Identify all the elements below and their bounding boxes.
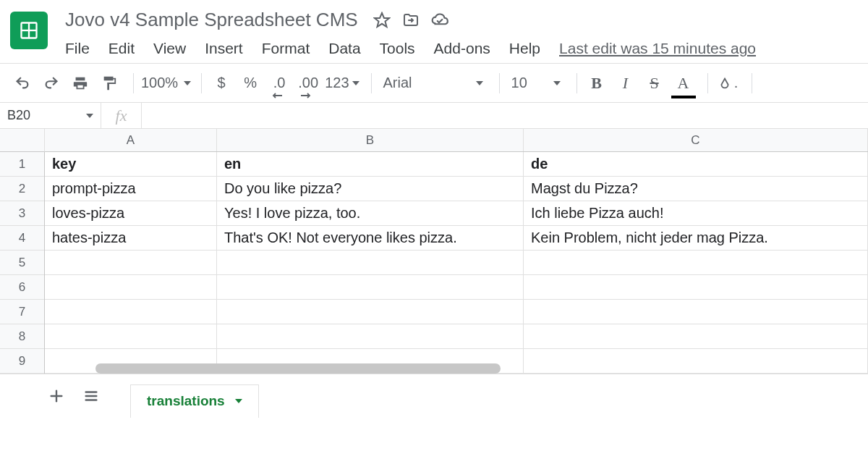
cell[interactable] — [217, 251, 524, 274]
name-box[interactable]: B20 — [0, 103, 101, 128]
svg-marker-3 — [375, 13, 389, 27]
cell[interactable]: hates-pizza — [45, 226, 217, 250]
row-header[interactable]: 2 — [0, 177, 44, 201]
arrow-right-icon — [301, 93, 311, 98]
zoom-dropdown[interactable]: 100% — [141, 70, 191, 96]
cells-area[interactable]: key en de prompt-pizza Do you like pizza… — [45, 152, 868, 374]
cell[interactable] — [524, 349, 868, 373]
cell[interactable] — [217, 300, 524, 324]
undo-button[interactable] — [10, 70, 35, 96]
cell[interactable]: Do you like pizza? — [217, 177, 524, 201]
sheet-tab-bar: translations — [0, 374, 868, 417]
menu-data[interactable]: Data — [328, 40, 360, 57]
star-icon[interactable] — [371, 9, 393, 31]
title-bar: Jovo v4 Sample Spreadsheet CMS Fi — [0, 0, 868, 57]
format-percent-button[interactable]: % — [238, 70, 263, 96]
toolbar-separator — [752, 73, 752, 93]
font-family-dropdown[interactable]: Arial — [379, 70, 488, 96]
row-header[interactable]: 8 — [0, 324, 44, 349]
row-header[interactable]: 7 — [0, 300, 44, 324]
menu-insert[interactable]: Insert — [205, 40, 243, 57]
menu-tools[interactable]: Tools — [380, 40, 415, 57]
move-to-folder-icon[interactable] — [400, 9, 422, 31]
bold-button[interactable]: B — [584, 70, 609, 96]
sheets-app-icon[interactable] — [10, 12, 48, 49]
menu-bar: File Edit View Insert Format Data Tools … — [65, 31, 858, 57]
redo-button[interactable] — [39, 70, 64, 96]
all-sheets-button[interactable] — [78, 383, 104, 409]
title-column: Jovo v4 Sample Spreadsheet CMS Fi — [65, 7, 858, 57]
cell[interactable]: loves-pizza — [45, 201, 217, 225]
horizontal-scrollbar-thumb[interactable] — [95, 363, 501, 374]
select-all-corner[interactable] — [0, 129, 45, 152]
title-row: Jovo v4 Sample Spreadsheet CMS — [65, 7, 858, 31]
increase-decimal-label: .00 — [298, 75, 318, 91]
menu-format[interactable]: Format — [262, 40, 310, 57]
menu-edit[interactable]: Edit — [109, 40, 135, 57]
cell[interactable] — [45, 251, 217, 274]
column-header-c[interactable]: C — [524, 129, 868, 151]
cell[interactable] — [217, 324, 524, 348]
row-headers: 1 2 3 4 5 6 7 8 9 — [0, 152, 45, 374]
toolbar-separator — [576, 73, 577, 93]
cell[interactable]: Kein Problem, nicht jeder mag Pizza. — [524, 226, 868, 250]
toolbar-separator — [499, 73, 500, 93]
cell[interactable] — [524, 275, 868, 299]
row-header[interactable]: 1 — [0, 152, 44, 177]
chevron-down-icon — [553, 81, 561, 85]
cell[interactable] — [45, 324, 217, 348]
cell[interactable]: key — [45, 152, 217, 176]
name-box-value: B20 — [7, 108, 30, 123]
add-sheet-button[interactable] — [43, 383, 69, 409]
document-title[interactable]: Jovo v4 Sample Spreadsheet CMS — [65, 9, 358, 31]
formula-bar-row: B20 fx — [0, 103, 868, 129]
row-header[interactable]: 3 — [0, 201, 44, 226]
menu-addons[interactable]: Add-ons — [434, 40, 490, 57]
font-family-value: Arial — [383, 75, 412, 91]
cell[interactable] — [524, 324, 868, 348]
decrease-decimal-button[interactable]: .0 — [267, 70, 292, 96]
column-header-b[interactable]: B — [217, 129, 524, 151]
row-header[interactable]: 4 — [0, 226, 44, 251]
cell[interactable] — [45, 275, 217, 299]
menu-help[interactable]: Help — [509, 40, 540, 57]
cell[interactable]: prompt-pizza — [45, 177, 217, 201]
cell[interactable]: Ich liebe Pizza auch! — [524, 201, 868, 225]
cell[interactable]: Magst du Pizza? — [524, 177, 868, 201]
cell[interactable] — [524, 251, 868, 274]
formula-input[interactable] — [142, 103, 868, 128]
spreadsheet-grid: A B C 1 2 3 4 5 6 7 8 9 key en de prompt… — [0, 129, 868, 374]
column-header-a[interactable]: A — [45, 129, 217, 151]
sheet-tab-translations[interactable]: translations — [130, 384, 259, 418]
cell[interactable]: That's OK! Not everyone likes pizza. — [217, 226, 524, 250]
row-header[interactable]: 6 — [0, 275, 44, 300]
row-header[interactable]: 5 — [0, 251, 44, 275]
increase-decimal-button[interactable]: .00 — [296, 70, 320, 96]
menu-view[interactable]: View — [153, 40, 186, 57]
cell[interactable]: en — [217, 152, 524, 176]
fx-label: fx — [101, 103, 142, 128]
font-size-dropdown[interactable]: 10 — [507, 70, 565, 96]
format-currency-button[interactable]: $ — [209, 70, 234, 96]
fill-color-button[interactable]: . — [715, 70, 740, 96]
text-color-button[interactable]: A — [671, 70, 696, 96]
horizontal-scrollbar-track[interactable] — [95, 363, 477, 374]
cell[interactable] — [524, 300, 868, 324]
chevron-down-icon — [352, 81, 359, 85]
last-edit-link[interactable]: Last edit was 15 minutes ago — [559, 40, 756, 57]
menu-file[interactable]: File — [65, 40, 90, 57]
text-color-underline — [671, 96, 696, 98]
cell[interactable]: Yes! I love pizza, too. — [217, 201, 524, 225]
paint-format-button[interactable] — [97, 70, 122, 96]
italic-button[interactable]: I — [613, 70, 638, 96]
cell[interactable]: de — [524, 152, 868, 176]
grid-icon — [19, 20, 39, 41]
cloud-saved-icon[interactable] — [429, 9, 451, 31]
strikethrough-button[interactable]: S — [642, 70, 667, 96]
cell[interactable] — [45, 300, 217, 324]
row-header[interactable]: 9 — [0, 349, 44, 374]
print-button[interactable] — [68, 70, 93, 96]
sheet-tab-label: translations — [147, 393, 225, 409]
cell[interactable] — [217, 275, 524, 299]
number-format-dropdown[interactable]: 123 — [325, 70, 359, 96]
